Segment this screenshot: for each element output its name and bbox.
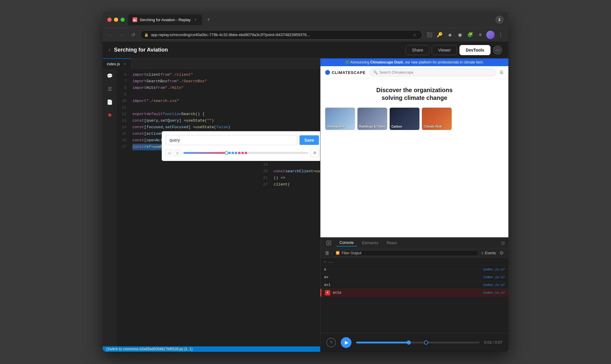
playback-progress-track[interactable] [356,342,479,343]
tab-favicon: ▶ [132,17,137,22]
header-actions: Share Viewer DevTools ··· [406,45,502,55]
console-row-av: av index.js:17 [320,273,508,281]
timeline-dot-red [245,152,247,154]
sidebar-doc-icon[interactable]: 📄 [106,98,114,106]
active-tab[interactable]: ▶ Serching for Aviation - Replay × [128,14,202,25]
clear-console-button[interactable]: 🗑 [324,250,331,256]
code-line-19 [274,162,320,168]
query-input[interactable] [166,135,297,145]
code-line-10: import "./search.css" [132,98,258,104]
viewer-button[interactable]: Viewer [432,45,457,55]
code-line-12: export default function Search() { [132,111,258,117]
query-overlay: Save ◁ ▷ [162,131,320,161]
code-lines: import client from "./client" import Sea… [129,69,258,346]
tab-bar: ▶ Serching for Aviation - Replay × + [128,14,492,25]
back-button[interactable]: ← [106,31,115,39]
timeline-dot [235,152,237,154]
announcement-banner: 🌿 Announcing Climatescape Dash, our new … [320,58,508,66]
tab-close-button[interactable]: × [193,17,198,22]
card-buildings-cities[interactable]: Buildings & Cities [357,108,387,130]
devtools-expand-button[interactable]: ⊡ [501,241,505,245]
traffic-lights [107,18,125,22]
climatescape-nav: CLIMATESCAPE 🔍 Search Climatescape ☰ [320,66,508,79]
events-label: Events [485,251,496,255]
close-window-button[interactable] [107,18,112,22]
sidebar-chat-icon[interactable]: 💬 [106,72,114,80]
help-button[interactable]: ? [326,338,336,347]
share-button[interactable]: Share [406,45,429,55]
filter-label: Filter Output [342,251,361,255]
play-button[interactable]: ▶ [341,337,351,348]
lock-icon: 🔒 [144,33,149,37]
more-options-button[interactable]: ··· [493,45,502,55]
sidebar-list-icon[interactable]: ☰ [106,85,114,93]
maximize-window-button[interactable] [121,18,125,22]
refresh-button[interactable]: ↺ [129,31,137,39]
code-tab-filename: index.js [107,62,120,66]
new-tab-button[interactable]: + [204,16,213,24]
ext-puzzle-icon[interactable]: 🧩 [466,31,474,39]
timeline-next-button[interactable]: ▷ [175,150,181,156]
console-row-avia-highlighted: + avia index.is:17 [320,289,508,297]
card-atmosphere[interactable]: Atmosphere [325,108,355,130]
main-content: index.js × 💬 ☰ 📄 ⏺ 6 7 [103,58,508,352]
chevron-down-icon: ∨ [481,251,484,255]
time-display: 0:03 / 0:07 [484,340,502,345]
app-back-button[interactable]: ‹ [109,47,110,53]
devtools-tab-react[interactable]: React [383,239,400,246]
announcement-highlight: Climatescape Dash [370,60,403,64]
code-tab-index-js[interactable]: index.js × [103,58,132,69]
code-line-22: client( [274,181,320,188]
console-value-av: av [324,275,483,279]
ext-replay-icon[interactable]: ⬛ [425,31,434,39]
timeline-dot [232,152,234,154]
sidebar-record-icon[interactable]: ⏺ [106,111,114,119]
timeline-fill [183,152,227,154]
ext-browser-icon[interactable]: ◉ [456,31,464,39]
minimize-window-button[interactable] [114,18,118,22]
page-title: Serching for Aviation [114,47,406,53]
save-query-button[interactable]: Save [300,135,319,145]
more-menu-button[interactable]: ⋮ [496,31,505,39]
ext-ai-icon[interactable]: ◈ [446,31,454,39]
user-avatar[interactable] [486,31,495,39]
console-value-a: a [324,267,483,272]
bookmark-button[interactable]: ☆ [410,31,419,39]
ext-list-icon[interactable]: ≡ [476,31,485,39]
devtools-inspect-icon[interactable] [324,239,334,247]
url-bar[interactable]: 🔒 app.replay.io/recording/ce40a0bc-779b-… [140,30,422,40]
playback-progress-fill [356,342,408,343]
code-line-14: const [focused, setFocused] = useState(f… [132,124,258,131]
extensions-button[interactable]: ⬇ [495,16,504,24]
ext-password-icon[interactable]: 🔑 [436,31,444,39]
title-bar: ▶ Serching for Aviation - Replay × + ⬇ [103,12,508,27]
status-bar-text: (Switch to commons-b2e65ed9394817bf5528.… [106,347,193,351]
code-editor-area[interactable]: 6 7 8 9 10 11 12 13 14 15 16 17 [117,69,320,346]
expand-icon: » [324,260,326,264]
site-menu-button[interactable]: ☰ [500,70,504,75]
timeline-track[interactable] [183,152,308,154]
card-climate-risk[interactable]: Climate Risk [422,108,452,130]
code-tab-close-button[interactable]: × [122,62,127,66]
filter-output-bar[interactable]: 🔽 Filter Output [333,250,479,256]
timeline-dots [228,152,247,154]
add-breakpoint-icon[interactable]: + [325,290,330,295]
tab-title: Serching for Aviation - Replay [140,18,191,22]
console-value-avia: avia [333,291,483,295]
timeline-settings-button[interactable]: ≡ [311,149,319,157]
search-icon: 🔍 [373,70,378,75]
devtools-button[interactable]: DevTools [459,45,490,55]
category-cards: Atmosphere Buildings & Cities Carbon [320,108,508,135]
site-search-bar[interactable]: 🔍 Search Climatescape [369,69,496,76]
events-filter-button[interactable]: ∨ Events [481,251,496,255]
forward-button[interactable]: → [118,31,126,39]
card-carbon[interactable]: Carbon [390,108,419,130]
devtools-tab-elements[interactable]: Elements [359,239,382,246]
console-file-a: index.js:17 [483,268,505,271]
timeline-dot-red [238,152,240,154]
timeline-thumb [225,151,228,155]
timeline-prev-button[interactable]: ◁ [166,150,172,156]
search-placeholder: Search Climatescape [379,70,413,75]
devtools-tab-console[interactable]: Console [336,239,357,247]
devtools-settings-button[interactable]: ⚙ [498,250,505,256]
